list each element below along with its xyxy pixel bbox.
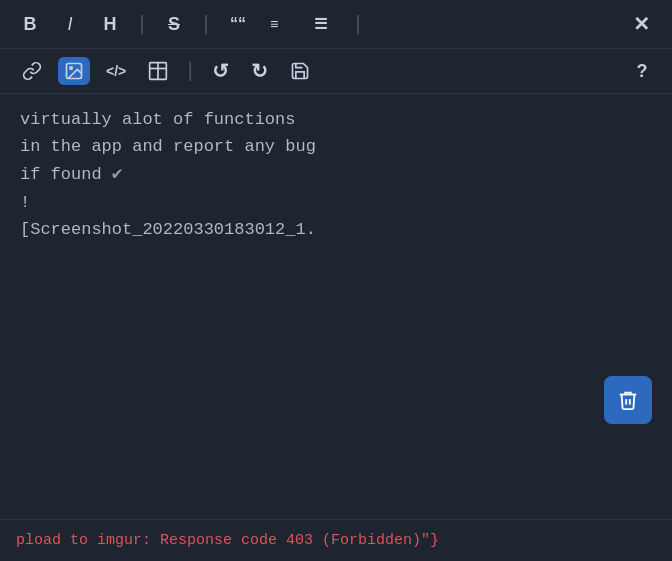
trash-icon xyxy=(617,389,639,411)
bold-button[interactable]: B xyxy=(16,10,44,39)
content-line4: ! xyxy=(20,189,652,216)
content-area[interactable]: virtually alot of functions in the app a… xyxy=(0,94,672,519)
content-line1: virtually alot of functions xyxy=(20,106,652,133)
table-button[interactable] xyxy=(142,57,174,85)
checkmark-icon: ✔ xyxy=(112,164,123,184)
delete-button-container xyxy=(604,376,652,424)
help-button[interactable]: ? xyxy=(628,57,656,86)
save-button[interactable] xyxy=(284,57,316,85)
unordered-list-icon: ☰ xyxy=(314,14,334,34)
divider1: | xyxy=(136,13,148,36)
italic-button[interactable]: I xyxy=(56,10,84,39)
content-line5: [Screenshot_20220330183012_1. xyxy=(20,216,652,243)
redo-button[interactable]: ↻ xyxy=(245,55,274,87)
table-icon xyxy=(148,61,168,81)
content-text: virtually alot of functions in the app a… xyxy=(20,106,652,244)
error-message: pload to imgur: Response code 403 (Forbi… xyxy=(16,532,439,549)
link-icon xyxy=(22,61,42,81)
ordered-list-icon: ≡ xyxy=(270,14,290,34)
close-button[interactable]: ✕ xyxy=(627,8,656,40)
delete-button[interactable] xyxy=(604,376,652,424)
svg-text:≡: ≡ xyxy=(270,16,279,32)
heading-button[interactable]: H xyxy=(96,10,124,39)
toolbar-row1: B I H | S | ““ ≡ ☰ | ✕ xyxy=(0,0,672,49)
divider2: | xyxy=(200,13,212,36)
divider3: | xyxy=(352,13,364,36)
undo-button[interactable]: ↺ xyxy=(206,55,235,87)
toolbar-row2: </> | ↺ ↻ ? xyxy=(0,49,672,94)
image-button[interactable] xyxy=(58,57,90,85)
unordered-list-button[interactable]: ☰ xyxy=(308,10,340,38)
editor-container: B I H | S | ““ ≡ ☰ | ✕ xyxy=(0,0,672,561)
content-line2: in the app and report any bug xyxy=(20,133,652,160)
code-button[interactable]: </> xyxy=(100,59,132,83)
ordered-list-button[interactable]: ≡ xyxy=(264,10,296,38)
link-button[interactable] xyxy=(16,57,48,85)
strikethrough-button[interactable]: S xyxy=(160,10,188,39)
quote-button[interactable]: ““ xyxy=(224,11,252,37)
error-bar: pload to imgur: Response code 403 (Forbi… xyxy=(0,519,672,561)
divider4: | xyxy=(184,60,196,83)
svg-point-3 xyxy=(70,67,73,70)
image-icon xyxy=(64,61,84,81)
svg-text:☰: ☰ xyxy=(314,16,327,32)
content-line3: if found ✔ xyxy=(20,160,652,189)
save-icon xyxy=(290,61,310,81)
